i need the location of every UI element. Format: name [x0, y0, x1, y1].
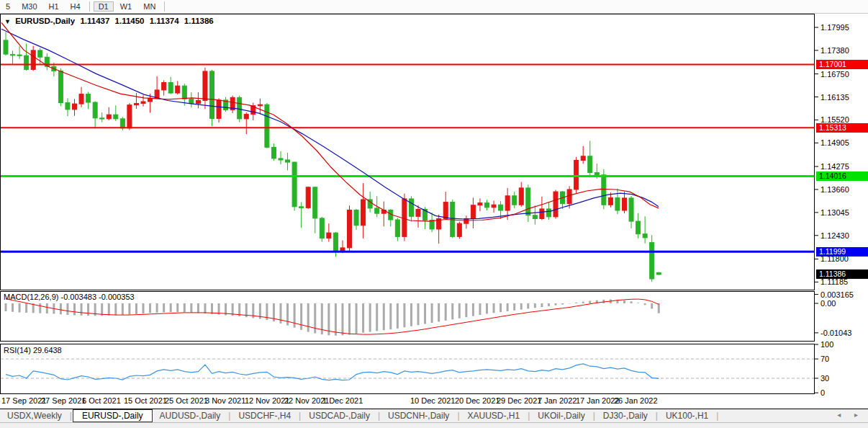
- candle-body: [189, 99, 194, 103]
- time-axis-label: 29 Dec 2021: [497, 396, 541, 405]
- chart-tab-usdcnh-daily[interactable]: USDCNH-,Daily: [381, 410, 456, 422]
- candle-body: [485, 203, 489, 208]
- candle-body: [93, 102, 97, 118]
- candle-body: [595, 173, 599, 175]
- candle-body: [553, 192, 558, 217]
- candle-body: [327, 233, 331, 238]
- chart-tab-dj30-daily[interactable]: DJ30-,Daily: [596, 410, 655, 422]
- candle-body: [203, 71, 207, 100]
- candle-body: [623, 198, 627, 210]
- price-level-badge: 1.14016: [816, 171, 868, 181]
- chart-tab-usdchf-h4[interactable]: USDCHF-,H4: [231, 410, 298, 422]
- price-axis-label: 1.13660: [820, 185, 849, 194]
- tab-scroll-right-icon[interactable]: ▸: [854, 411, 864, 419]
- candle-body: [499, 205, 503, 210]
- candle-body: [505, 196, 510, 210]
- candle-body: [210, 71, 214, 118]
- candle-body: [79, 94, 83, 104]
- macd-main-value: -0.003483: [60, 293, 96, 301]
- tab-scroll-left-icon[interactable]: ◂: [837, 411, 846, 419]
- chart-tab-usdx-weekly[interactable]: USDX,Weekly: [0, 410, 69, 422]
- price-axis-label: 1.14905: [820, 138, 849, 147]
- time-axis-label: 27 Sep 2021: [41, 396, 86, 405]
- macd-name: MACD(12,26,9): [4, 293, 58, 301]
- candle-body: [299, 207, 304, 208]
- candle-body: [361, 200, 366, 226]
- candle-body: [602, 175, 606, 205]
- chart-tab-ukoil-daily[interactable]: UKOil-,Daily: [530, 410, 592, 422]
- candle-body: [636, 221, 641, 234]
- candle-body: [58, 71, 63, 102]
- chart-canvas[interactable]: [0, 0, 868, 428]
- candle-body: [4, 40, 8, 54]
- price-axis-label: 1.12430: [820, 231, 849, 240]
- time-axis-label: 3 Nov 2021: [205, 396, 245, 405]
- chart-title: ▼ EURUSD-,Daily 1.11437 1.11450 1.11374 …: [4, 17, 217, 25]
- chart-tab-audusd-daily[interactable]: AUDUSD-,Daily: [153, 410, 228, 422]
- candle-body: [588, 156, 592, 173]
- rsi-indicator-label: RSI(14) 29.6438: [4, 346, 62, 355]
- price-level-badge: 1.11999: [816, 247, 868, 257]
- candle-body: [162, 83, 166, 90]
- tab-separator: |: [299, 411, 301, 421]
- candle-body: [546, 209, 551, 217]
- price-axis-label: 1.16750: [820, 70, 849, 79]
- candle-body: [567, 190, 571, 204]
- time-axis-label: 17 Sep 2021: [1, 396, 46, 405]
- time-axis-label: 17 Jan 2022: [576, 396, 620, 405]
- price-axis-label: 1.14275: [820, 162, 849, 171]
- candle-body: [416, 209, 420, 216]
- candle-body: [196, 100, 200, 103]
- symbol-dropdown-icon[interactable]: ▼: [4, 18, 11, 25]
- tab-separator: |: [228, 411, 230, 421]
- candle-body: [120, 119, 125, 128]
- candle-body: [402, 199, 407, 236]
- candle-body: [333, 233, 338, 251]
- time-axis-label: 7 Jan 2022: [538, 396, 577, 405]
- price-axis-label: 1.13045: [820, 208, 849, 217]
- candle-body: [238, 97, 242, 119]
- rsi-line: [6, 364, 659, 380]
- candle-body: [176, 86, 180, 93]
- candle-body: [581, 156, 585, 161]
- chart-tab-uk100-h1[interactable]: UK100-,H1: [659, 410, 715, 422]
- candle-body: [31, 50, 35, 69]
- trading-terminal-window: 5M30H1H4D1W1MN ▼ EURUSD-,Daily 1.11437 1…: [0, 0, 868, 428]
- candle-body: [217, 100, 221, 118]
- candle-body: [258, 104, 262, 106]
- candle-body: [650, 243, 654, 279]
- price-axis-label: 1.17380: [820, 46, 849, 55]
- candle-body: [11, 55, 15, 55]
- candle-body: [313, 187, 317, 218]
- candle-body: [127, 105, 132, 128]
- chart-tab-xauusd-h1[interactable]: XAUUSD-,H1: [461, 410, 528, 422]
- candle-body: [478, 203, 482, 205]
- candle-body: [265, 104, 269, 147]
- price-pane-border: [1, 14, 815, 290]
- chart-tab-eurusd-daily[interactable]: EURUSD-,Daily: [73, 409, 153, 422]
- candle-body: [512, 196, 517, 205]
- chart-tab-usdcad-daily[interactable]: USDCAD-,Daily: [302, 410, 377, 422]
- time-axis-label: 10 Dec 2021: [410, 396, 455, 405]
- candle-body: [540, 209, 544, 218]
- candle-body: [457, 223, 461, 236]
- price-level-badge: 1.15313: [816, 123, 868, 133]
- candle-body: [24, 55, 29, 69]
- rsi-axis-label: 30: [820, 374, 829, 383]
- candle-body: [629, 198, 633, 221]
- candle-body: [354, 210, 358, 226]
- tab-separator: |: [70, 411, 72, 421]
- candle-body: [244, 115, 248, 119]
- candle-body: [409, 199, 413, 216]
- ma-blue-line: [1, 29, 659, 219]
- price-level-badge: 1.17001: [816, 60, 868, 69]
- candle-body: [519, 188, 523, 205]
- candle-body: [107, 115, 111, 119]
- candle-body: [656, 272, 661, 275]
- time-axis-label: 1 Dec 2021: [322, 396, 363, 405]
- candle-body: [182, 86, 186, 99]
- macd-signal-value: -0.000353: [99, 293, 135, 301]
- rsi-axis-label: 100: [820, 340, 833, 349]
- ohlc-open: 1.11437: [80, 17, 109, 25]
- tab-separator: |: [593, 411, 595, 421]
